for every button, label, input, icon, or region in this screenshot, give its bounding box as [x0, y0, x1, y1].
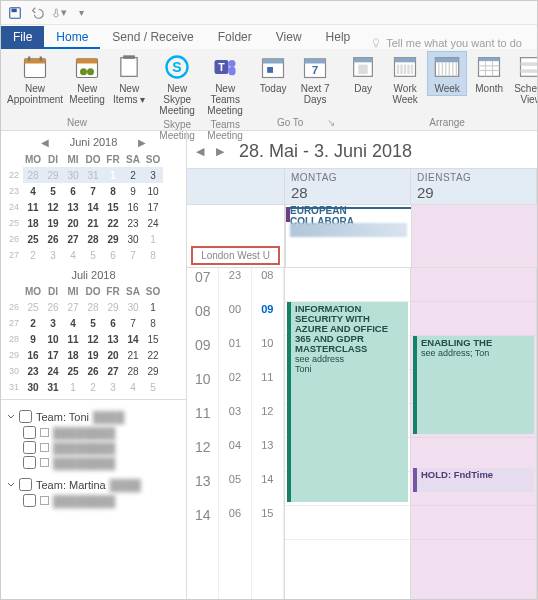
minical-day[interactable]: 30 — [123, 299, 143, 315]
calendar-event[interactable]: HOLD: FndTime — [413, 468, 534, 492]
minical-day[interactable]: 6 — [103, 315, 123, 331]
minical-day[interactable]: 16 — [23, 347, 43, 363]
minical-day[interactable]: 29 — [103, 231, 123, 247]
minical-day[interactable]: 19 — [83, 347, 103, 363]
minical-day[interactable]: 28 — [123, 363, 143, 379]
calendar-item[interactable]: ████████ — [5, 440, 182, 455]
minical-day[interactable]: 1 — [143, 299, 163, 315]
minical-day[interactable]: 7 — [123, 315, 143, 331]
qat-undo-icon[interactable] — [29, 5, 45, 21]
ribbon-teams-meeting[interactable]: TNew Teams Meeting — [205, 51, 245, 118]
tell-me-search[interactable]: Tell me what you want to do — [362, 37, 537, 49]
minical-day[interactable]: 26 — [43, 299, 63, 315]
minical-day[interactable]: 11 — [63, 331, 83, 347]
allday-event-banner[interactable]: EUROPEAN COLLABORA — [286, 207, 411, 222]
calendar-checkbox[interactable] — [23, 456, 36, 469]
calendar-group-checkbox[interactable] — [19, 410, 32, 423]
day-column-tuesday[interactable]: ENABLING THEsee address; TonHOLD: FndTim… — [411, 268, 537, 599]
minical-day[interactable]: 21 — [83, 215, 103, 231]
tab-send-receive[interactable]: Send / Receive — [100, 26, 205, 49]
minical-day[interactable]: 14 — [123, 331, 143, 347]
ribbon-new-meeting[interactable]: New Meeting — [67, 51, 107, 107]
minical-day[interactable]: 4 — [63, 247, 83, 263]
day-header-tuesday[interactable]: DIENSTAG 29 — [411, 169, 537, 204]
minical-day[interactable]: 30 — [63, 167, 83, 183]
minical-day[interactable]: 24 — [43, 363, 63, 379]
mini-calendar-july[interactable]: Juli 2018MODIMIDOFRSASO26252627282930127… — [5, 267, 182, 395]
minical-day[interactable]: 26 — [43, 231, 63, 247]
next-week-button[interactable]: ▶ — [213, 145, 227, 159]
minical-day[interactable]: 29 — [103, 299, 123, 315]
minical-day[interactable]: 25 — [63, 363, 83, 379]
minical-day[interactable]: 5 — [83, 315, 103, 331]
minical-day[interactable]: 4 — [123, 379, 143, 395]
minical-day[interactable]: 22 — [143, 347, 163, 363]
minical-day[interactable]: 18 — [63, 347, 83, 363]
time-slot[interactable] — [411, 268, 536, 302]
prev-week-button[interactable]: ◀ — [193, 145, 207, 159]
calendar-group-checkbox[interactable] — [19, 478, 32, 491]
ribbon-today[interactable]: Today — [253, 51, 293, 96]
ribbon-schedule[interactable]: Schedu View — [511, 51, 538, 107]
minical-day[interactable]: 27 — [63, 231, 83, 247]
calendar-event[interactable]: ENABLING THEsee address; Ton — [413, 336, 534, 434]
time-slot[interactable] — [285, 268, 410, 302]
minical-day[interactable]: 28 — [83, 231, 103, 247]
minical-day[interactable]: 2 — [23, 247, 43, 263]
minical-day[interactable]: 10 — [43, 331, 63, 347]
qat-touch-icon[interactable]: ▾ — [51, 5, 67, 21]
allday-monday[interactable]: EUROPEAN COLLABORA — [285, 205, 411, 267]
ribbon-month[interactable]: Month — [469, 51, 509, 96]
minical-day[interactable]: 6 — [63, 183, 83, 199]
time-slot[interactable] — [285, 506, 410, 540]
minical-day[interactable]: 11 — [23, 199, 43, 215]
minical-day[interactable]: 30 — [123, 231, 143, 247]
minical-day[interactable]: 20 — [63, 215, 83, 231]
minical-day[interactable]: 10 — [143, 183, 163, 199]
tab-folder[interactable]: Folder — [206, 26, 264, 49]
minical-day[interactable]: 25 — [23, 299, 43, 315]
minical-day[interactable]: 23 — [23, 363, 43, 379]
minical-day[interactable]: 7 — [83, 183, 103, 199]
minical-day[interactable]: 1 — [103, 167, 123, 183]
minical-day[interactable]: 24 — [143, 215, 163, 231]
minical-day[interactable]: 15 — [143, 331, 163, 347]
minical-prev[interactable]: ◀ — [38, 135, 52, 149]
minical-day[interactable]: 7 — [123, 247, 143, 263]
minical-day[interactable]: 5 — [143, 379, 163, 395]
minical-day[interactable]: 8 — [143, 247, 163, 263]
minical-day[interactable]: 17 — [143, 199, 163, 215]
calendar-item[interactable]: ████████ — [5, 425, 182, 440]
allday-event-blurred[interactable] — [290, 223, 407, 237]
minical-day[interactable]: 26 — [83, 363, 103, 379]
allday-tuesday[interactable] — [411, 205, 537, 267]
minical-day[interactable]: 9 — [123, 183, 143, 199]
tab-view[interactable]: View — [264, 26, 314, 49]
minical-day[interactable]: 29 — [143, 363, 163, 379]
minical-day[interactable]: 31 — [83, 167, 103, 183]
minical-day[interactable]: 3 — [43, 315, 63, 331]
minical-day[interactable]: 12 — [83, 331, 103, 347]
minical-day[interactable]: 5 — [83, 247, 103, 263]
minical-day[interactable]: 5 — [43, 183, 63, 199]
minical-day[interactable]: 4 — [23, 183, 43, 199]
minical-day[interactable]: 30 — [23, 379, 43, 395]
ribbon-new-appointment[interactable]: New Appointment — [5, 51, 65, 107]
minical-day[interactable]: 12 — [43, 199, 63, 215]
tab-help[interactable]: Help — [314, 26, 363, 49]
minical-day[interactable]: 22 — [103, 215, 123, 231]
ribbon-week[interactable]: Week — [427, 51, 467, 96]
minical-day[interactable]: 3 — [43, 247, 63, 263]
qat-customize-icon[interactable]: ▾ — [73, 5, 89, 21]
time-slot[interactable] — [411, 438, 536, 472]
tab-file[interactable]: File — [1, 26, 44, 49]
minical-day[interactable]: 13 — [103, 331, 123, 347]
mini-calendar-june[interactable]: ◀Juni 2018▶MODIMIDOFRSASO222829303112323… — [5, 133, 182, 263]
minical-day[interactable]: 29 — [43, 167, 63, 183]
day-header-monday[interactable]: MONTAG 28 — [285, 169, 411, 204]
minical-day[interactable]: 2 — [23, 315, 43, 331]
minical-day[interactable]: 20 — [103, 347, 123, 363]
calendar-checkbox[interactable] — [23, 426, 36, 439]
ribbon-new-items[interactable]: New Items ▾ — [109, 51, 149, 107]
minical-day[interactable]: 16 — [123, 199, 143, 215]
